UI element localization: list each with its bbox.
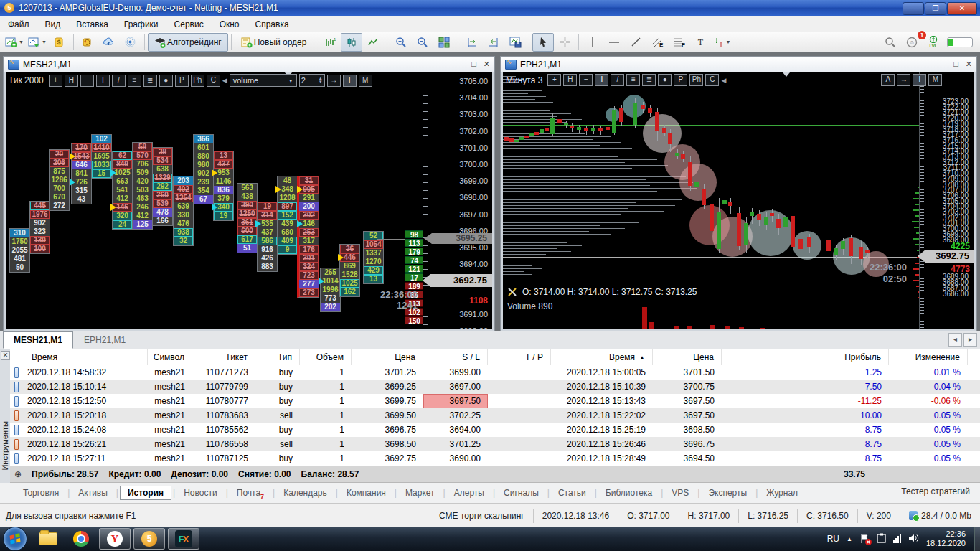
network-signal-icon[interactable]: [893, 534, 901, 543]
chart-tool-button-P[interactable]: P: [674, 74, 687, 86]
vertical-line-button[interactable]: [582, 33, 603, 52]
tab-Маркет[interactable]: Маркет: [398, 486, 442, 499]
tab-strategy-tester[interactable]: Тестер стратегий: [901, 486, 970, 496]
taskbar-chrome[interactable]: [66, 529, 96, 549]
chart-tab-MESH21,M1[interactable]: MESH21,M1: [3, 331, 73, 349]
bars-chart-button[interactable]: 1: [319, 33, 341, 52]
chart-tool-button-M[interactable]: M: [928, 74, 942, 86]
clipboard-icon[interactable]: [877, 533, 886, 545]
tab-Новости[interactable]: Новости: [176, 486, 224, 499]
column-header-6[interactable]: Цена: [352, 349, 423, 365]
chart-tool-button-/[interactable]: /: [112, 75, 126, 87]
menu-item-Окно[interactable]: Окно: [212, 16, 248, 32]
column-header-7[interactable]: S / L: [423, 349, 488, 365]
menu-item-Файл[interactable]: Файл: [0, 16, 37, 32]
candles-chart-button[interactable]: [341, 33, 362, 52]
cluster-chart-plot[interactable]: 3101750205548150445197690232313010020206…: [6, 72, 425, 329]
chart-tool-button-+[interactable]: +: [49, 75, 62, 87]
chart-tool-button-−[interactable]: −: [579, 74, 593, 86]
tab-Журнал[interactable]: Журнал: [759, 486, 805, 499]
chart-tool-button-−[interactable]: −: [80, 75, 94, 87]
symbols-button[interactable]: $: [49, 33, 70, 52]
chart-maximize-button[interactable]: □: [471, 60, 476, 69]
show-desktop-button[interactable]: [974, 527, 980, 551]
menu-item-Сервис[interactable]: Сервис: [166, 16, 212, 32]
tab-VPS[interactable]: VPS: [664, 486, 696, 499]
price-scale[interactable]: 3705.003704.003703.003702.003701.003700.…: [423, 72, 492, 329]
candle-chart-plot[interactable]: 22:36:0002:50: [503, 72, 921, 286]
expand-icon[interactable]: ⊕: [14, 469, 22, 479]
notifications-button[interactable]: ☺ 1: [901, 33, 923, 52]
chart-tool-button-M[interactable]: M: [359, 75, 372, 87]
chart-tool-button-/[interactable]: /: [611, 74, 624, 86]
column-header-10[interactable]: Цена: [653, 349, 722, 365]
column-header-1[interactable]: Время: [26, 349, 148, 365]
column-header-12[interactable]: Изменение: [889, 349, 968, 365]
tab-Календарь[interactable]: Календарь: [276, 486, 334, 499]
tab-История[interactable]: История: [120, 486, 171, 500]
crosshair-button[interactable]: [554, 33, 575, 52]
line-chart-button[interactable]: [362, 33, 384, 52]
language-indicator[interactable]: RU: [827, 534, 839, 544]
objects-arrows-button[interactable]: ▼: [711, 33, 732, 52]
volume-mode-dropdown[interactable]: volume▼: [230, 74, 297, 87]
maximize-button[interactable]: ❐: [925, 2, 946, 15]
tile-windows-button[interactable]: [433, 33, 455, 52]
chart-tool-button-→[interactable]: →: [327, 75, 341, 87]
chart-close-button[interactable]: ✕: [966, 60, 972, 69]
web-terminal-button[interactable]: [98, 33, 120, 52]
chart-window-titlebar[interactable]: EPH21,M1 – □ ✕: [501, 57, 976, 72]
chart-window-titlebar[interactable]: MESH21,M1 – □ ✕: [4, 57, 494, 72]
table-row[interactable]: 2020.12.18 15:12:50mesh21110780777buy136…: [10, 394, 980, 408]
menu-item-Вставка[interactable]: Вставка: [68, 16, 116, 32]
chart-maximize-button[interactable]: □: [953, 60, 958, 69]
chart-window-mesh21[interactable]: MESH21,M1 – □ ✕ Тик 2000+H−I/≡≣●PPhC◀vol…: [3, 56, 495, 331]
signals-radar-button[interactable]: [120, 33, 141, 52]
tray-expand-icon[interactable]: ▲: [847, 536, 852, 542]
clock[interactable]: 22:36 18.12.2020: [926, 529, 966, 548]
tab-Активы[interactable]: Активы: [71, 486, 115, 499]
history-center-button[interactable]: [77, 33, 98, 52]
tab-scroll-left[interactable]: ◂: [948, 333, 962, 347]
column-header-5[interactable]: Объем: [300, 349, 352, 365]
table-row[interactable]: 2020.12.18 15:24:08mesh21110785562buy136…: [10, 423, 980, 437]
tab-Торговля[interactable]: Торговля: [16, 486, 66, 499]
chart-tool-button-H[interactable]: H: [563, 74, 577, 86]
taskbar-metatrader[interactable]: 5: [133, 528, 165, 550]
column-header-9[interactable]: Время▲: [551, 349, 653, 365]
menu-item-Справка[interactable]: Справка: [248, 16, 297, 32]
column-header-4[interactable]: Тип: [255, 349, 300, 365]
toolbox-close-button[interactable]: ✕: [1, 351, 10, 360]
close-button[interactable]: ✕: [947, 2, 977, 15]
table-row[interactable]: 2020.12.18 15:26:21mesh21110786558sell13…: [10, 437, 980, 451]
chart-tool-button-≡[interactable]: ≡: [128, 75, 141, 87]
chart-tool-button-I[interactable]: I: [96, 75, 110, 87]
equidistant-channel-button[interactable]: E: [646, 33, 668, 52]
table-row[interactable]: 2020.12.18 15:27:11mesh21110787125buy136…: [10, 451, 980, 466]
column-header-3[interactable]: Тикет: [192, 349, 255, 365]
fibonacci-button[interactable]: F: [668, 33, 689, 52]
chart-tool-button-C[interactable]: C: [207, 75, 220, 87]
table-row[interactable]: 2020.12.18 15:20:18mesh21110783683sell13…: [10, 408, 980, 423]
chart-minimize-button[interactable]: –: [942, 60, 946, 69]
taskbar-explorer[interactable]: [33, 529, 63, 549]
chart-window-eph21[interactable]: EPH21,M1 – □ ✕ Минута 3+H−I/≡≣●PPhC◀A→IM…: [500, 56, 977, 331]
tab-Сигналы[interactable]: Сигналы: [496, 486, 546, 499]
chart-close-button[interactable]: ✕: [484, 60, 490, 69]
horizontal-line-button[interactable]: [603, 33, 625, 52]
tab-Алерты[interactable]: Алерты: [447, 486, 491, 499]
auto-scroll-button[interactable]: [483, 33, 504, 52]
chart-minimize-button[interactable]: –: [460, 60, 464, 69]
start-button[interactable]: [3, 527, 27, 551]
price-scale[interactable]: 3723.003722.003721.003720.003719.003718.…: [919, 72, 974, 329]
trendline-button[interactable]: [625, 33, 646, 52]
column-header-11[interactable]: Прибыль: [722, 349, 889, 365]
zoom-in-button[interactable]: [390, 33, 412, 52]
chart-tab-EPH21,M1[interactable]: EPH21,M1: [73, 331, 136, 349]
tab-Компания[interactable]: Компания: [339, 486, 393, 499]
history-table-header[interactable]: ВремяСимволТикетТипОбъемЦенаS / LT / PВр…: [10, 349, 980, 366]
chart-tool-button-I[interactable]: I: [913, 74, 926, 86]
column-header-2[interactable]: Символ: [148, 349, 192, 365]
taskbar-yandex[interactable]: Y: [99, 528, 131, 550]
chart-tool-button-A[interactable]: A: [881, 74, 895, 86]
